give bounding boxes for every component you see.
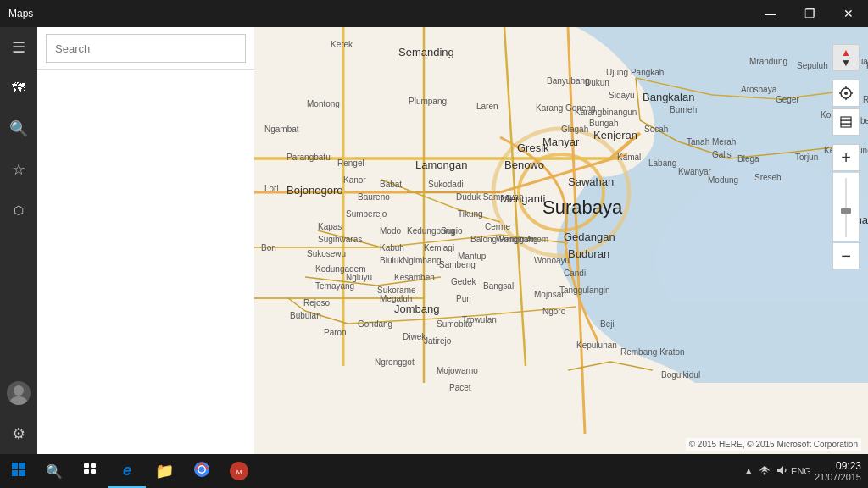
layers-icon xyxy=(839,115,853,129)
map-roads xyxy=(254,27,868,454)
zoom-out-button[interactable]: − xyxy=(832,242,860,269)
title-bar: Maps — ❐ ✕ xyxy=(0,0,868,27)
svg-line-23 xyxy=(483,307,576,315)
folder-icon: 📁 xyxy=(155,462,174,480)
svg-line-14 xyxy=(381,235,500,247)
svg-rect-52 xyxy=(84,469,89,474)
clock-date: 21/07/2015 xyxy=(815,472,861,482)
svg-rect-50 xyxy=(84,463,89,468)
svg-point-0 xyxy=(14,385,24,396)
search-panel xyxy=(37,27,254,454)
svg-point-56 xyxy=(199,467,205,473)
user-avatar[interactable] xyxy=(0,373,37,413)
svg-marker-60 xyxy=(777,466,783,474)
window-controls: — ❐ ✕ xyxy=(751,0,868,27)
svg-text:M: M xyxy=(236,469,242,476)
svg-rect-48 xyxy=(12,470,18,476)
zoom-slider-thumb[interactable] xyxy=(841,208,851,214)
sidebar-settings-button[interactable]: ⚙ xyxy=(0,413,37,454)
maximize-button[interactable]: ❐ xyxy=(790,0,829,27)
svg-line-24 xyxy=(305,311,348,324)
taskbar-search-button[interactable]: 🔍 xyxy=(37,454,71,488)
svg-line-22 xyxy=(424,315,483,319)
map-attribution: © 2015 HERE, © 2015 Microsoft Corporatio… xyxy=(686,438,861,451)
svg-rect-47 xyxy=(19,463,25,469)
task-view-button[interactable] xyxy=(71,454,108,488)
language-indicator[interactable]: ENG xyxy=(791,466,811,476)
edge-icon: e xyxy=(123,462,131,480)
sidebar-map-button[interactable]: 🗺 xyxy=(0,68,37,108)
svg-line-17 xyxy=(458,209,500,222)
svg-line-18 xyxy=(318,230,381,247)
svg-point-1 xyxy=(10,396,27,405)
layers-button[interactable] xyxy=(832,108,860,136)
search-box xyxy=(37,27,254,70)
compass-button[interactable]: ▲ ▼ xyxy=(832,44,860,71)
edge-taskbar-button[interactable]: e xyxy=(108,454,146,488)
svg-rect-44 xyxy=(841,120,851,124)
avatar-circle xyxy=(7,381,31,405)
taskbar-right: ▲ ENG 09:23 21/07/2015 xyxy=(743,460,868,482)
sidebar: ☰ 🗺 🔍 ☆ ⬡ ⚙ xyxy=(0,27,37,454)
map-canvas: SurabayaGresikKenjeranSawahanBenowoMenga… xyxy=(254,27,868,454)
map-icon: 🗺 xyxy=(12,80,25,96)
svg-point-38 xyxy=(844,92,848,95)
start-button[interactable] xyxy=(0,454,37,488)
app-title: Maps xyxy=(8,8,33,19)
close-button[interactable]: ✕ xyxy=(829,0,868,27)
svg-rect-43 xyxy=(841,124,851,127)
network-icon[interactable] xyxy=(759,465,771,478)
start-icon xyxy=(11,462,26,480)
svg-line-19 xyxy=(305,277,377,286)
zoom-slider-track[interactable] xyxy=(832,173,860,241)
zoom-in-button[interactable]: + xyxy=(832,144,860,171)
svg-rect-53 xyxy=(91,469,96,474)
search-icon: 🔍 xyxy=(9,119,28,138)
svg-line-36 xyxy=(610,362,653,370)
my-location-button[interactable] xyxy=(832,80,860,107)
sidebar-menu-button[interactable]: ☰ xyxy=(0,27,37,68)
taskbar-search-icon: 🔍 xyxy=(46,463,63,480)
svg-line-20 xyxy=(377,277,441,286)
maps-taskbar-button[interactable]: M xyxy=(220,454,258,488)
maps-pinned-icon: M xyxy=(230,462,248,480)
search-input[interactable] xyxy=(46,34,246,63)
clock-time: 09:23 xyxy=(815,460,861,472)
system-icons: ▲ xyxy=(743,464,787,479)
chrome-icon xyxy=(193,461,210,481)
svg-line-21 xyxy=(348,319,424,324)
sidebar-favorites-button[interactable]: ☆ xyxy=(0,149,37,190)
svg-line-16 xyxy=(381,180,458,209)
zoom-slider-bar xyxy=(845,178,847,237)
volume-icon[interactable] xyxy=(776,464,787,479)
svg-rect-49 xyxy=(19,470,25,476)
expand-tray-icon[interactable]: ▲ xyxy=(743,465,754,477)
svg-line-25 xyxy=(288,298,305,311)
sidebar-search-button[interactable]: 🔍 xyxy=(0,108,37,149)
compass-south: ▼ xyxy=(841,58,851,68)
task-view-icon xyxy=(83,463,97,480)
taskbar: 🔍 e 📁 xyxy=(0,454,868,488)
settings-icon: ⚙ xyxy=(12,424,25,443)
menu-icon: ☰ xyxy=(12,38,25,57)
map-area[interactable]: SurabayaGresikKenjeranSawahanBenowoMenga… xyxy=(254,27,868,454)
map-controls: ▲ ▼ xyxy=(832,44,860,269)
svg-rect-45 xyxy=(841,117,851,120)
chrome-taskbar-button[interactable] xyxy=(183,454,220,488)
svg-point-59 xyxy=(764,472,766,474)
location-icon xyxy=(839,86,853,100)
favorites-icon: ☆ xyxy=(12,160,25,179)
svg-rect-46 xyxy=(12,463,18,469)
minimize-button[interactable]: — xyxy=(751,0,790,27)
sidebar-directions-button[interactable]: ⬡ xyxy=(0,190,37,230)
svg-line-10 xyxy=(504,27,526,366)
folder-taskbar-button[interactable]: 📁 xyxy=(146,454,183,488)
directions-icon: ⬡ xyxy=(14,203,24,217)
svg-line-35 xyxy=(568,362,610,370)
svg-rect-51 xyxy=(91,463,96,468)
taskbar-clock[interactable]: 09:23 21/07/2015 xyxy=(815,460,861,482)
svg-line-29 xyxy=(636,78,640,120)
